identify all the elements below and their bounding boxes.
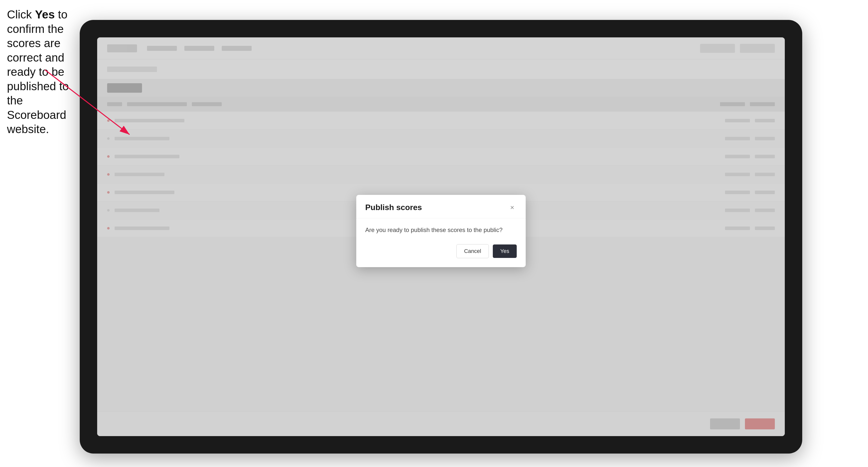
instruction-suffix: to confirm the scores are correct and re… <box>7 8 69 135</box>
instruction-bold: Yes <box>35 8 55 21</box>
instruction-text: Click Yes to confirm the scores are corr… <box>7 7 79 136</box>
modal-cancel-button[interactable]: Cancel <box>457 244 489 258</box>
modal-close-button[interactable]: × <box>508 203 517 212</box>
modal-header: Publish scores × <box>356 195 526 218</box>
modal-body: Are you ready to publish these scores to… <box>356 218 526 267</box>
tablet-device: Publish scores × Are you ready to publis… <box>80 20 802 454</box>
instruction-prefix: Click <box>7 8 35 21</box>
modal-title: Publish scores <box>365 203 422 212</box>
publish-scores-modal: Publish scores × Are you ready to publis… <box>356 195 526 267</box>
modal-yes-button[interactable]: Yes <box>493 245 517 258</box>
tablet-screen: Publish scores × Are you ready to publis… <box>97 37 785 436</box>
modal-actions: Cancel Yes <box>365 244 517 258</box>
modal-message: Are you ready to publish these scores to… <box>365 226 517 234</box>
